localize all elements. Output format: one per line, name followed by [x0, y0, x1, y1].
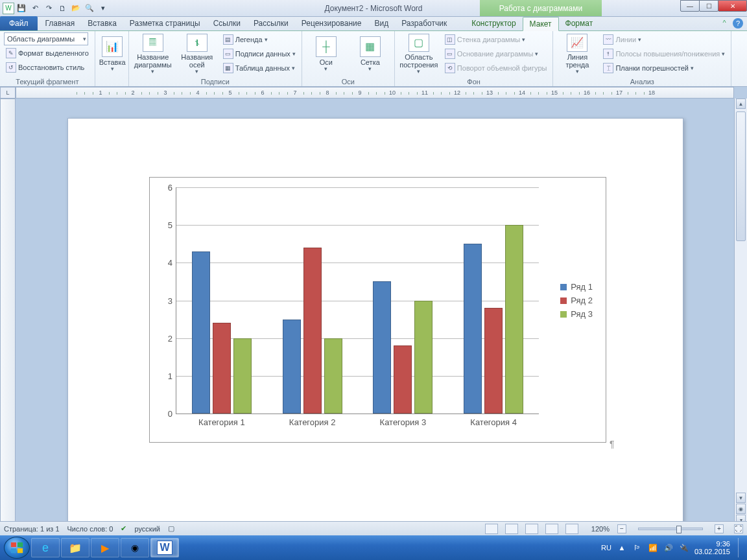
axes-button[interactable]: ┼Оси: [306, 32, 346, 75]
redo-icon[interactable]: ↷: [42, 2, 55, 15]
bar[interactable]: [414, 301, 433, 414]
taskbar-ie-button[interactable]: e: [31, 538, 60, 557]
open-icon[interactable]: 📂: [69, 2, 82, 15]
chart-legend[interactable]: Ряд 1Ряд 2Ряд 3: [560, 278, 593, 323]
error-bars-button[interactable]: ⌶Планки погрешностей: [601, 61, 727, 75]
scroll-up-icon[interactable]: ▲: [736, 99, 746, 109]
tab-developer[interactable]: Разработчик: [395, 16, 453, 30]
maximize-button[interactable]: ☐: [699, 0, 718, 12]
bar[interactable]: [505, 225, 523, 414]
minimize-button[interactable]: —: [680, 0, 700, 12]
scroll-thumb[interactable]: [736, 111, 746, 241]
data-labels-button[interactable]: ▭Подписи данных: [221, 47, 298, 60]
horizontal-ruler[interactable]: 123456789101112131415161718: [16, 87, 734, 99]
prev-page-icon[interactable]: ◉: [736, 504, 746, 514]
tab-insert[interactable]: Вставка: [81, 16, 123, 30]
tab-design[interactable]: Конструктор: [465, 16, 522, 30]
tab-review[interactable]: Рецензирование: [295, 16, 368, 30]
bar[interactable]: [484, 308, 503, 414]
zoom-knob[interactable]: [676, 526, 682, 533]
insert-button[interactable]: 📊Вставка: [99, 32, 126, 75]
bar[interactable]: [394, 345, 412, 414]
close-button[interactable]: ✕: [718, 0, 747, 12]
start-button[interactable]: [4, 537, 30, 559]
bar[interactable]: [324, 338, 342, 414]
legend-item[interactable]: Ряд 2: [560, 296, 593, 305]
chart-object[interactable]: 0123456Категория 1Категория 2Категория 3…: [149, 177, 606, 443]
save-icon[interactable]: 💾: [15, 2, 28, 15]
fit-page-button[interactable]: ⛶: [734, 524, 743, 533]
group-background: ▢Область построения ◫Стенка диаграммы ▭О…: [395, 31, 554, 86]
zoom-out-button[interactable]: −: [617, 524, 626, 533]
tab-format[interactable]: Формат: [559, 16, 600, 30]
document-viewport[interactable]: 0123456Категория 1Категория 2Категория 3…: [16, 99, 734, 525]
tab-view[interactable]: Вид: [368, 16, 395, 30]
data-table-button[interactable]: ▦Таблица данных: [221, 61, 298, 75]
show-hidden-icon[interactable]: ▲: [617, 542, 627, 553]
bar[interactable]: [192, 251, 210, 414]
group-analysis: 📈Линия тренда 〰Линии ⫯Полосы повышения/п…: [553, 31, 731, 86]
tab-references[interactable]: Ссылки: [207, 16, 247, 30]
plot-area-button[interactable]: ▢Область построения: [399, 32, 439, 75]
taskbar-word-button[interactable]: W: [150, 538, 179, 557]
legend-button[interactable]: ▤Легенда: [221, 32, 298, 46]
legend-item[interactable]: Ряд 1: [560, 282, 593, 292]
language-indicator[interactable]: русский: [134, 525, 160, 533]
bar[interactable]: [373, 281, 391, 414]
tab-layout[interactable]: Макет: [523, 17, 559, 31]
tray-lang[interactable]: RU: [601, 544, 611, 552]
macro-record-icon[interactable]: ▢: [168, 524, 174, 533]
legend-icon: ▤: [223, 34, 233, 45]
tab-home[interactable]: Главная: [39, 16, 82, 30]
ruler-corner[interactable]: L: [0, 87, 16, 99]
chart-title-button[interactable]: 𝄜Название диаграммы: [133, 32, 173, 75]
scroll-down-icon[interactable]: ▼: [736, 493, 746, 503]
volume-icon[interactable]: 🔊: [663, 542, 674, 553]
word-count[interactable]: Число слов: 0: [67, 525, 113, 533]
tab-mailings[interactable]: Рассылки: [247, 16, 295, 30]
fullscreen-reading-view-button[interactable]: [505, 524, 518, 534]
show-desktop-button[interactable]: [738, 538, 743, 557]
draft-view-button[interactable]: [565, 524, 578, 534]
print-preview-icon[interactable]: 🔍: [83, 2, 96, 15]
format-selection-button[interactable]: ✎Формат выделенного: [4, 46, 91, 60]
zoom-in-button[interactable]: +: [715, 524, 724, 533]
tab-file[interactable]: Файл: [0, 16, 38, 30]
outline-view-button[interactable]: [545, 524, 558, 534]
axis-titles-button[interactable]: ⫮Названия осей: [177, 32, 217, 75]
spellcheck-icon[interactable]: ✔: [121, 524, 126, 533]
taskbar: e 📁 ▶ ◉ W RU ▲ 🏳 📶 🔊 🔌 9:36 03.02.2015: [0, 535, 747, 560]
bar[interactable]: [213, 323, 231, 414]
bar[interactable]: [303, 248, 322, 414]
chart-elements-combo[interactable]: Область диаграммы: [4, 32, 88, 45]
taskbar-media-button[interactable]: ▶: [91, 538, 119, 557]
legend-item[interactable]: Ряд 3: [560, 309, 593, 319]
bar[interactable]: [233, 338, 252, 414]
tray-clock[interactable]: 9:36 03.02.2015: [694, 540, 733, 555]
qat-customize-icon[interactable]: ▾: [97, 2, 110, 15]
bar[interactable]: [464, 244, 482, 414]
network-icon[interactable]: 📶: [648, 542, 658, 553]
new-doc-icon[interactable]: 🗋: [56, 2, 69, 15]
vertical-ruler[interactable]: [0, 99, 16, 525]
page-number[interactable]: Страница: 1 из 1: [4, 525, 60, 533]
print-layout-view-button[interactable]: [485, 524, 498, 534]
action-center-icon[interactable]: 🏳: [632, 542, 643, 553]
group-label: Фон: [399, 77, 549, 86]
minimize-ribbon-icon[interactable]: ^: [720, 18, 729, 27]
reset-style-button[interactable]: ↺Восстановить стиль: [4, 60, 91, 74]
taskbar-explorer-button[interactable]: 📁: [61, 538, 89, 557]
zoom-level[interactable]: 120%: [591, 525, 610, 533]
vertical-scrollbar[interactable]: ▲ ▼ ◉ ▾: [734, 99, 747, 525]
plot-area[interactable]: 0123456Категория 1Категория 2Категория 3…: [176, 187, 539, 414]
web-layout-view-button[interactable]: [525, 524, 538, 534]
bar[interactable]: [283, 320, 301, 414]
trendline-button[interactable]: 📈Линия тренда: [557, 32, 597, 75]
undo-icon[interactable]: ↶: [29, 2, 42, 15]
usb-icon[interactable]: 🔌: [679, 542, 689, 553]
zoom-slider[interactable]: [638, 528, 703, 530]
gridlines-button[interactable]: ▦Сетка: [350, 32, 390, 75]
tab-page-layout[interactable]: Разметка страницы: [123, 16, 207, 30]
taskbar-chrome-button[interactable]: ◉: [121, 538, 149, 557]
help-icon[interactable]: ?: [733, 18, 743, 29]
